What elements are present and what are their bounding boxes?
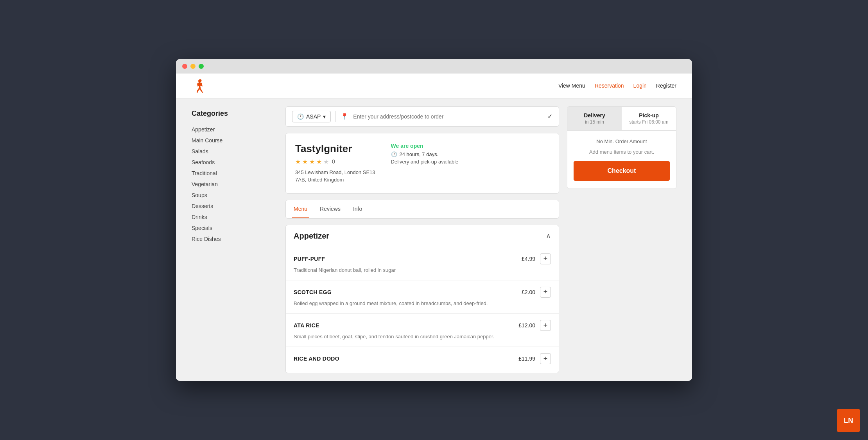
section-title: Appetizer <box>294 232 329 241</box>
restaurant-name: TastyIgniter <box>295 143 375 155</box>
confirm-icon[interactable]: ✓ <box>547 113 552 120</box>
scotch-egg-desc: Boiled egg wrapped in a ground meat mixt… <box>294 300 551 307</box>
puff-puff-desc: Traditional Nigerian donut ball, rolled … <box>294 267 551 274</box>
sidebar-item-vegetarian[interactable]: Vegetarian <box>192 179 278 190</box>
ata-rice-desc: Small pieces of beef, goat, stipe, and t… <box>294 333 551 340</box>
scotch-egg-header: SCOTCH EGG £2.00 + <box>294 287 551 298</box>
star-4: ★ <box>316 158 322 165</box>
sidebar-item-appetizer[interactable]: Appetizer <box>192 124 278 135</box>
dropdown-icon: ▾ <box>323 113 326 120</box>
ln-badge[interactable]: LN <box>837 409 860 432</box>
puff-puff-price: £4.99 <box>522 256 535 262</box>
asap-label: ASAP <box>306 113 321 120</box>
delivery-tabs: Delivery in 15 min Pick-up starts Fri 06… <box>567 107 676 131</box>
open-status: We are open <box>391 143 459 149</box>
delivery-info: Delivery and pick-up available <box>391 159 459 165</box>
sidebar-item-drinks[interactable]: Drinks <box>192 212 278 223</box>
restaurant-card: TastyIgniter ★ ★ ★ ★ ★ 0 345 Lewisham Ro… <box>285 133 559 194</box>
add-rice-dodo-button[interactable]: + <box>540 353 551 364</box>
address-input[interactable] <box>353 113 543 120</box>
section-header: Appetizer ∧ <box>286 225 559 247</box>
main-content: Categories Appetizer Main Course Salads … <box>176 99 692 381</box>
tab-menu[interactable]: Menu <box>292 200 309 218</box>
delivery-tab-label: Delivery <box>571 112 618 119</box>
reservation-link[interactable]: Reservation <box>595 83 624 89</box>
scotch-egg-price: £2.00 <box>522 289 535 295</box>
sidebar-item-desserts[interactable]: Desserts <box>192 201 278 212</box>
menu-item-scotch-egg: SCOTCH EGG £2.00 + Boiled egg wrapped in… <box>286 280 559 314</box>
order-info: No Min. Order Amount Add menu items to y… <box>567 131 676 189</box>
open-status-container: We are open 🕐 24 hours, 7 days. Delivery… <box>391 143 459 165</box>
star-1: ★ <box>295 158 301 165</box>
menu-section: Appetizer ∧ PUFF-PUFF £4.99 + Traditiona… <box>285 225 559 374</box>
scotch-egg-price-row: £2.00 + <box>522 287 551 298</box>
login-link[interactable]: Login <box>633 83 647 89</box>
add-puff-puff-button[interactable]: + <box>540 253 551 264</box>
puff-puff-header: PUFF-PUFF £4.99 + <box>294 253 551 264</box>
hours-row: 🕐 24 hours, 7 days. <box>391 151 459 157</box>
address-line2: 7AB, United Kingdom <box>295 176 375 184</box>
search-divider <box>335 111 336 122</box>
navbar: View Menu Reservation Login Register <box>176 74 692 99</box>
maximize-dot[interactable] <box>199 64 204 69</box>
ata-rice-header: ATA RICE £12.00 + <box>294 320 551 331</box>
delivery-tab-sub: in 15 min <box>571 119 618 125</box>
collapse-icon[interactable]: ∧ <box>546 232 551 240</box>
clock-icon-small: 🕐 <box>391 151 397 157</box>
pickup-tab-sub: starts Fri 06:00 am <box>626 119 672 125</box>
sidebar-item-specials[interactable]: Specials <box>192 223 278 233</box>
restaurant-info: TastyIgniter ★ ★ ★ ★ ★ 0 345 Lewisham Ro… <box>295 143 375 184</box>
categories-title: Categories <box>192 110 278 118</box>
rice-dodo-price: £11.99 <box>518 356 535 362</box>
pickup-tab[interactable]: Pick-up starts Fri 06:00 am <box>622 107 676 130</box>
delivery-tab[interactable]: Delivery in 15 min <box>567 107 622 130</box>
puff-puff-name: PUFF-PUFF <box>294 256 325 262</box>
rice-dodo-name: RICE AND DODO <box>294 356 339 362</box>
browser-chrome <box>176 59 692 74</box>
svg-point-5 <box>199 79 202 82</box>
menu-item-puff-puff: PUFF-PUFF £4.99 + Traditional Nigerian d… <box>286 247 559 280</box>
rating-stars: ★ ★ ★ ★ ★ 0 <box>295 158 375 165</box>
right-panel: Delivery in 15 min Pick-up starts Fri 06… <box>567 106 676 374</box>
star-5: ★ <box>323 158 329 165</box>
sidebar: Categories Appetizer Main Course Salads … <box>192 106 278 374</box>
checkout-button[interactable]: Checkout <box>574 161 670 181</box>
sidebar-item-soups[interactable]: Soups <box>192 190 278 201</box>
clock-icon: 🕐 <box>297 113 304 120</box>
search-bar: 🕐 ASAP ▾ 📍 ✓ <box>285 106 559 127</box>
address-line1: 345 Lewisham Road, London SE13 <box>295 169 375 176</box>
minimize-dot[interactable] <box>190 64 195 69</box>
cart-hint-text: Add menu items to your cart. <box>574 149 670 155</box>
sidebar-item-rice-dishes[interactable]: Rice Dishes <box>192 233 278 244</box>
center-panel: 🕐 ASAP ▾ 📍 ✓ TastyIgniter ★ ★ ★ ★ <box>285 106 559 374</box>
menu-item-ata-rice: ATA RICE £12.00 + Small pieces of beef, … <box>286 314 559 347</box>
add-scotch-egg-button[interactable]: + <box>540 287 551 298</box>
close-dot[interactable] <box>182 64 187 69</box>
sidebar-item-salads[interactable]: Salads <box>192 146 278 157</box>
add-ata-rice-button[interactable]: + <box>540 320 551 331</box>
sidebar-item-main-course[interactable]: Main Course <box>192 135 278 146</box>
star-3: ★ <box>309 158 315 165</box>
tab-reviews[interactable]: Reviews <box>318 200 342 218</box>
sidebar-item-seafoods[interactable]: Seafoods <box>192 157 278 168</box>
menu-item-rice-dodo: RICE AND DODO £11.99 + <box>286 347 559 373</box>
hours-text: 24 hours, 7 days. <box>400 151 439 157</box>
logo[interactable] <box>192 78 207 93</box>
sidebar-item-traditional[interactable]: Traditional <box>192 168 278 179</box>
scotch-egg-name: SCOTCH EGG <box>294 289 332 295</box>
rice-dodo-header: RICE AND DODO £11.99 + <box>294 353 551 364</box>
menu-tabs: Menu Reviews Info <box>285 200 559 219</box>
location-icon: 📍 <box>341 113 348 120</box>
pickup-tab-label: Pick-up <box>626 112 672 119</box>
order-card: Delivery in 15 min Pick-up starts Fri 06… <box>567 106 676 189</box>
register-link[interactable]: Register <box>656 83 676 89</box>
ata-rice-name: ATA RICE <box>294 322 319 329</box>
min-order-text: No Min. Order Amount <box>574 138 670 144</box>
asap-button[interactable]: 🕐 ASAP ▾ <box>292 111 331 122</box>
ata-rice-price: £12.00 <box>518 322 535 329</box>
rice-dodo-price-row: £11.99 + <box>518 353 551 364</box>
tab-info[interactable]: Info <box>352 200 364 218</box>
view-menu-link[interactable]: View Menu <box>558 83 585 89</box>
review-count: 0 <box>332 158 335 165</box>
nav-links: View Menu Reservation Login Register <box>558 83 676 89</box>
